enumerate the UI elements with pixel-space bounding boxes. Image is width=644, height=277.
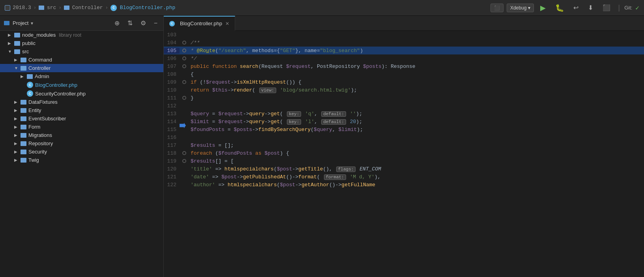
editor-area: C BlogController.php ✕ 103 104 (164, 16, 644, 277)
sidebar-item-label: Admin (35, 73, 49, 79)
line-number: 117 (164, 142, 180, 148)
code-text: $limit = $request->query->get( key: 'l',… (189, 119, 362, 125)
gutter (180, 56, 189, 60)
scope-button[interactable]: ⇅ (125, 19, 135, 28)
php-file-icon: C (27, 82, 33, 88)
code-line-122: 122 'author' => htmlspecialchars($post->… (164, 181, 644, 189)
minimize-button[interactable]: − (152, 19, 159, 28)
tab-close-button[interactable]: ✕ (225, 21, 229, 26)
breakpoint-hollow (182, 80, 186, 84)
step-over-button[interactable]: ↩ (570, 3, 582, 13)
sidebar-item-form[interactable]: ▶ Form (0, 123, 163, 131)
code-text: } (189, 95, 194, 101)
sidebar-item-label: EventSubscriber (28, 116, 66, 122)
run-button[interactable]: ▶ (537, 2, 549, 13)
sidebar-item-datafixtures[interactable]: ▶ DataFixtures (0, 98, 163, 106)
toolbar-right: ⬛ Xdebug ▾ ▶ 🐛 ↩ ⬇ ⬛ | Git: ✓ (490, 2, 639, 13)
settings-button[interactable]: ⚙ (139, 19, 148, 28)
folder-icon (14, 33, 20, 37)
code-line-105: 105 * @Route("/search", methods={"GET"},… (164, 47, 644, 54)
stop-button[interactable]: ⬛ (599, 3, 614, 13)
sidebar-item-label: Controller (28, 65, 51, 71)
code-text: return $this->render( view: 'blog/search… (189, 87, 357, 93)
line-number: 114 (164, 119, 180, 125)
line-number: 122 (164, 182, 180, 188)
line-number: 110 (164, 87, 180, 93)
breadcrumb-file: C BlogController.php (110, 5, 175, 11)
line-number: 119 (164, 158, 180, 164)
sidebar-item-admin[interactable]: ▶ Admin (0, 72, 163, 80)
window-icon (5, 5, 10, 11)
folder-icon2 (64, 6, 69, 10)
code-text: public function search(Request $request,… (189, 64, 416, 69)
project-dropdown-icon[interactable]: ▾ (31, 21, 33, 26)
arrow-icon: ▶ (14, 58, 21, 62)
breadcrumb-year: 2018.3 (13, 5, 31, 11)
line-number: 118 (164, 150, 180, 156)
folder-icon (21, 133, 26, 138)
folder-icon (21, 108, 26, 113)
code-line-106: 106 */ (164, 54, 644, 62)
code-text: $foundPosts = $posts->findBySearchQuery(… (189, 127, 363, 133)
sidebar-item-label: SecurityController.php (35, 91, 86, 97)
gutter (180, 41, 189, 45)
sidebar-item-eventsubscriber[interactable]: ▶ EventSubscriber (0, 114, 163, 123)
xdebug-dropdown-icon: ▾ (528, 5, 530, 11)
sidebar-item-securitycontroller[interactable]: C SecurityController.php (0, 89, 163, 98)
folder-icon (21, 141, 26, 146)
line-number: 107 (164, 64, 180, 69)
sidebar-item-node-modules[interactable]: ▶ node_modules library root (0, 31, 163, 39)
sidebar-item-label: Repository (28, 140, 53, 146)
sidebar-item-command[interactable]: ▶ Command (0, 56, 163, 64)
project-icon (4, 21, 9, 25)
arrow-icon: ▶ (8, 41, 14, 45)
code-text: $results = []; (189, 142, 234, 148)
sidebar-item-public[interactable]: ▶ public (0, 39, 163, 47)
xdebug-button[interactable]: Xdebug ▾ (507, 4, 534, 12)
code-text: * @Route("/search", methods={"GET"}, nam… (189, 48, 363, 54)
arrow-icon: ▶ (14, 158, 21, 162)
tab-bar: C BlogController.php ✕ (164, 16, 644, 31)
breakpoint-hollow (182, 49, 186, 52)
line-number: 109 (164, 79, 180, 85)
gutter (180, 80, 189, 84)
arrow-icon: ▶ (14, 125, 21, 129)
breakpoint-hollow (182, 96, 186, 100)
sidebar-item-src[interactable]: ▼ src (0, 47, 163, 56)
sidebar-item-controller[interactable]: ▼ Controller (0, 64, 163, 72)
code-text: foreach ($foundPosts as $post) { (189, 150, 289, 156)
git-icon: ✓ (635, 4, 639, 12)
sidebar-item-entity[interactable]: ▶ Entity (0, 106, 163, 114)
line-number: 120 (164, 166, 180, 172)
folder-icon (21, 116, 26, 121)
code-line-108: 108 { (164, 70, 644, 78)
sep2: › (58, 5, 61, 11)
line-number: 121 (164, 174, 180, 180)
run-config-button[interactable]: ⬛ (490, 4, 504, 12)
debug-button[interactable]: 🐛 (552, 2, 567, 13)
folder-icon (21, 66, 26, 71)
folder-icon (14, 49, 20, 54)
sidebar-item-label: Security (28, 149, 47, 155)
code-line-117: 117 $results = []; (164, 141, 644, 149)
sidebar-item-label: Migrations (28, 132, 52, 138)
sidebar-item-label: DataFixtures (28, 99, 58, 105)
sidebar-item-migrations[interactable]: ▶ Migrations (0, 131, 163, 139)
folder-icon (21, 100, 26, 105)
step-into-button[interactable]: ⬇ (585, 3, 596, 13)
arrow-icon: ▶ (14, 133, 21, 137)
code-line-121: 121 'date' => $post->getPublishedAt()->f… (164, 173, 644, 181)
tab-blogcontroller[interactable]: C BlogController.php ✕ (164, 16, 235, 31)
sidebar-item-security[interactable]: ▶ Security (0, 148, 163, 156)
breakpoint-hollow (182, 159, 186, 163)
code-area[interactable]: 103 104 /** 105 (164, 31, 644, 277)
sidebar-item-blogcontroller[interactable]: C BlogController.php (0, 80, 163, 89)
file-tree: ▶ node_modules library root ▶ public ▼ s… (0, 31, 163, 277)
add-content-button[interactable]: ⊕ (112, 19, 122, 28)
sidebar-item-repository[interactable]: ▶ Repository (0, 139, 163, 148)
sidebar-item-twig[interactable]: ▶ Twig (0, 156, 163, 164)
code-line-104: 104 /** (164, 39, 644, 47)
line-number: 103 (164, 32, 180, 38)
code-text: */ (189, 56, 197, 62)
line-number: 115 (164, 127, 180, 133)
